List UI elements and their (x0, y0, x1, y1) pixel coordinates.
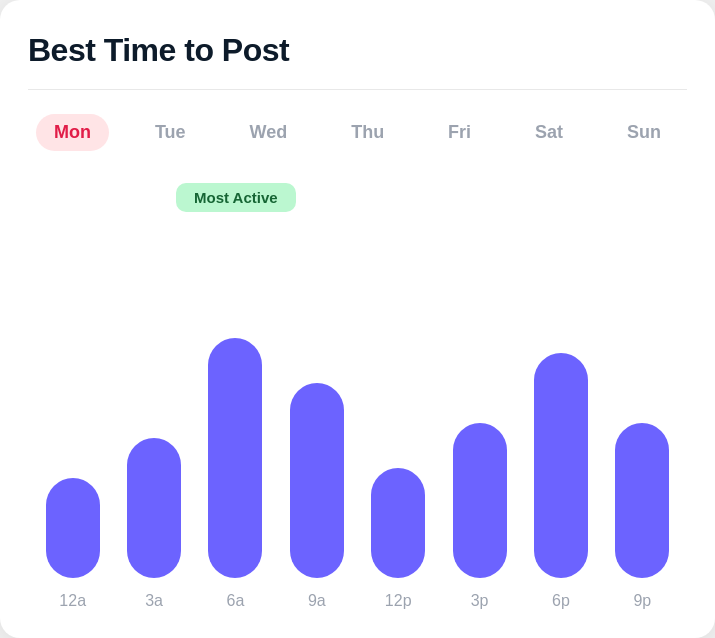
day-tabs: MonTueWedThuFriSatSun (28, 114, 687, 151)
day-tab-wed[interactable]: Wed (232, 114, 306, 151)
x-label-9a: 9a (276, 592, 357, 610)
x-label-3a: 3a (113, 592, 194, 610)
bar-col-3a (113, 438, 194, 578)
day-tab-sun[interactable]: Sun (609, 114, 679, 151)
bar-col-6a (195, 338, 276, 578)
x-labels: 12a3a6a9a12p3p6p9p (28, 578, 687, 610)
most-active-badge: Most Active (176, 183, 296, 212)
bar-3a (127, 438, 181, 578)
x-label-12a: 12a (32, 592, 113, 610)
x-label-12p: 12p (358, 592, 439, 610)
bar-6a (208, 338, 262, 578)
bar-3p (453, 423, 507, 578)
bar-col-9a (276, 383, 357, 578)
day-tab-fri[interactable]: Fri (430, 114, 489, 151)
bar-col-3p (439, 423, 520, 578)
x-label-9p: 9p (602, 592, 683, 610)
card-title: Best Time to Post (28, 32, 687, 69)
best-time-card: Best Time to Post MonTueWedThuFriSatSun … (0, 0, 715, 638)
bar-col-6p (520, 353, 601, 578)
bar-col-12a (32, 478, 113, 578)
bar-6p (534, 353, 588, 578)
bar-col-12p (358, 468, 439, 578)
bar-9a (290, 383, 344, 578)
chart-area: Most Active 12a3a6a9a12p3p6p9p (28, 183, 687, 610)
x-label-6p: 6p (520, 592, 601, 610)
day-tab-thu[interactable]: Thu (333, 114, 402, 151)
day-tab-tue[interactable]: Tue (137, 114, 204, 151)
bar-12a (46, 478, 100, 578)
bar-12p (371, 468, 425, 578)
bar-9p (615, 423, 669, 578)
x-label-6a: 6a (195, 592, 276, 610)
day-tab-mon[interactable]: Mon (36, 114, 109, 151)
day-tab-sat[interactable]: Sat (517, 114, 581, 151)
bar-col-9p (602, 423, 683, 578)
bars-container (28, 191, 687, 578)
x-label-3p: 3p (439, 592, 520, 610)
divider (28, 89, 687, 90)
